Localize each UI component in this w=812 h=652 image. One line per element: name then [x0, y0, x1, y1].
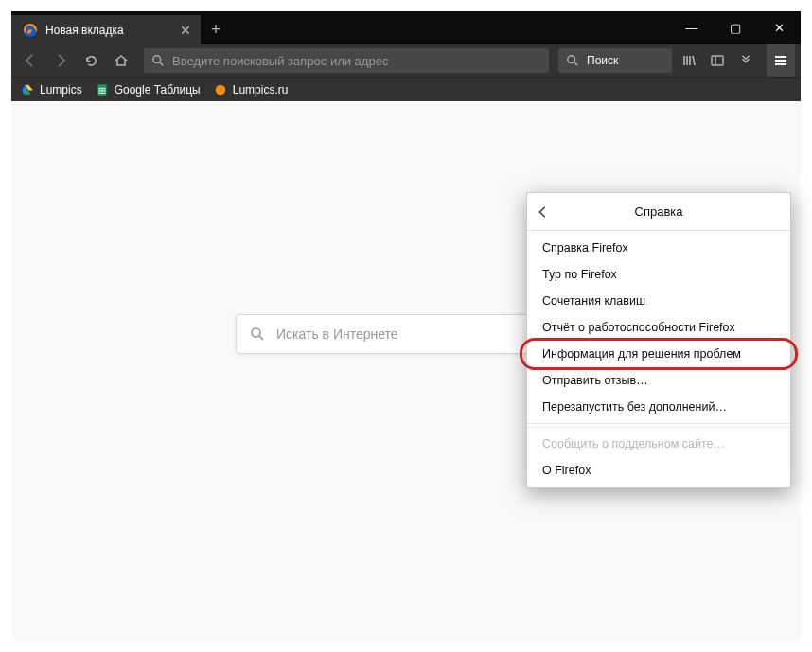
svg-point-1: [153, 56, 161, 63]
sidebar-button[interactable]: [704, 47, 731, 74]
bookmark-lumpics[interactable]: Lumpics: [21, 83, 82, 97]
help-menu-item[interactable]: Сочетания клавиш: [527, 288, 790, 314]
panel-list: Справка FirefoxТур по FirefoxСочетания к…: [527, 231, 790, 487]
help-panel: Справка Справка FirefoxТур по FirefoxСоч…: [526, 192, 791, 488]
drive-icon: [21, 83, 34, 97]
menu-item-label: Сочетания клавиш: [542, 294, 645, 308]
toolbar-right: [676, 47, 759, 74]
url-bar[interactable]: [144, 48, 549, 73]
sheets-icon: [96, 83, 109, 97]
active-tab[interactable]: Новая вкладка ✕: [11, 15, 201, 44]
close-icon: ✕: [774, 21, 785, 35]
bookmarks-bar: Lumpics Google Таблицы Lumpics.ru: [11, 77, 801, 101]
minimize-button[interactable]: —: [670, 11, 714, 44]
tab-title: Новая вкладка: [45, 24, 172, 37]
back-button[interactable]: [17, 47, 44, 74]
newtab-search[interactable]: Искать в Интернете: [236, 314, 576, 354]
help-menu-item[interactable]: Отчёт о работоспособности Firefox: [527, 314, 790, 341]
help-menu-item: Сообщить о поддельном сайте…: [527, 431, 790, 457]
menu-item-label: О Firefox: [542, 464, 591, 477]
panel-title: Справка: [635, 204, 683, 219]
window-frame: Новая вкладка ✕ + — ▢ ✕: [0, 0, 812, 652]
bookmark-label: Lumpics: [40, 83, 82, 97]
menu-item-label: Перезапустить без дополнений…: [542, 400, 727, 414]
bookmark-lumpics-ru[interactable]: Lumpics.ru: [214, 83, 289, 97]
home-button[interactable]: [108, 47, 134, 74]
search-icon: [566, 54, 579, 67]
nav-toolbar: Поиск: [11, 44, 801, 77]
maximize-icon: ▢: [730, 21, 741, 35]
help-menu-item[interactable]: Отправить отзыв…: [527, 367, 790, 394]
minimize-icon: —: [686, 21, 698, 35]
newtab-search-placeholder: Искать в Интернете: [276, 326, 398, 342]
content-area: Искать в Интернете Справка Справка Firef…: [11, 101, 801, 641]
library-button[interactable]: [676, 47, 702, 74]
help-menu-item[interactable]: Тур по Firefox: [527, 261, 790, 288]
bookmark-label: Lumpics.ru: [233, 83, 289, 97]
help-menu-item[interactable]: Информация для решения проблем: [527, 341, 790, 367]
search-icon: [151, 54, 165, 67]
circle-icon: [214, 83, 227, 97]
url-input[interactable]: [172, 54, 541, 68]
firefox-icon: [23, 23, 38, 38]
svg-rect-3: [712, 56, 723, 65]
maximize-button[interactable]: ▢: [714, 11, 757, 44]
svg-point-6: [215, 84, 225, 95]
panel-header: Справка: [527, 193, 790, 231]
help-menu-item[interactable]: Перезапустить без дополнений…: [527, 394, 790, 420]
help-menu-item[interactable]: Справка Firefox: [527, 235, 790, 261]
search-bar[interactable]: Поиск: [558, 48, 672, 73]
close-window-button[interactable]: ✕: [757, 11, 801, 44]
browser-window: Новая вкладка ✕ + — ▢ ✕: [11, 11, 801, 641]
bookmark-label: Google Таблицы: [115, 83, 201, 97]
menu-item-label: Информация для решения проблем: [542, 347, 741, 361]
tab-strip: Новая вкладка ✕ + — ▢ ✕: [11, 11, 801, 44]
search-icon: [250, 326, 265, 342]
svg-point-7: [252, 328, 260, 337]
panel-back-button[interactable]: [537, 205, 550, 219]
search-label: Поиск: [587, 54, 618, 67]
bookmark-google-sheets[interactable]: Google Таблицы: [96, 83, 201, 97]
new-tab-button[interactable]: +: [201, 15, 231, 44]
reload-button[interactable]: [78, 47, 104, 74]
menu-item-label: Отчёт о работоспособности Firefox: [542, 321, 735, 334]
close-tab-icon[interactable]: ✕: [180, 23, 191, 38]
window-controls: — ▢ ✕: [670, 11, 801, 44]
forward-button[interactable]: [47, 47, 74, 74]
overflow-button[interactable]: [733, 47, 759, 74]
help-menu-item[interactable]: О Firefox: [527, 457, 790, 484]
app-menu-button[interactable]: [767, 44, 795, 77]
svg-point-2: [568, 56, 575, 63]
menu-item-label: Справка Firefox: [542, 241, 628, 255]
menu-item-label: Тур по Firefox: [542, 268, 617, 281]
menu-item-label: Сообщить о поддельном сайте…: [542, 437, 725, 450]
menu-item-label: Отправить отзыв…: [542, 374, 648, 387]
